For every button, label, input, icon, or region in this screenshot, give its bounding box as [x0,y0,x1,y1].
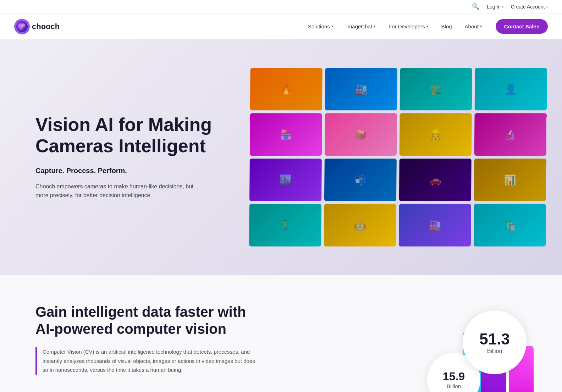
camera-tile-13: 🚶 [249,204,321,247]
svg-point-2 [22,23,25,27]
chevron-down-icon: ▾ [374,24,376,29]
contact-sales-button[interactable]: Contact Sales [496,19,548,34]
camera-tile-4: 👤 [475,68,547,110]
stat-label-large: Billion [487,348,502,354]
camera-tile-5: 🏪 [250,113,322,156]
hero-title: Vision AI for Making Cameras Intelligent [35,114,234,157]
search-icon[interactable]: 🔍 [472,3,480,11]
camera-tile-14: 🤖 [324,204,396,247]
nav-blog[interactable]: Blog [436,21,457,32]
top-bar: 🔍 Log In › Create Account › [0,0,562,14]
nav-developers[interactable]: For Developers ▾ [384,21,434,32]
hero-description: Chooch empowers cameras to make human-li… [35,182,199,200]
stat-number-large: 51.3 [479,330,510,348]
stats-visual: 15.9 Billion 51.3 Billion [255,303,548,392]
logo-text: chooch [32,22,60,31]
nav-solutions[interactable]: Solutions ▾ [303,21,338,32]
chevron-down-icon: ▾ [480,24,482,29]
stat-number-small: 15.9 [443,370,465,383]
section2-accent-block: Computer Vision (CV) is an artificial in… [35,347,255,375]
camera-tile-16: 🛍️ [474,204,546,247]
camera-tile-2: 🏭 [325,68,397,110]
create-account-link[interactable]: Create Account › [511,4,548,10]
hero-camera-grid: 🔥 🏭 🏗️ 👤 🏪 📦 👷 🔬 🏙️ 📬 [235,61,547,253]
login-link[interactable]: Log In › [487,4,503,10]
chevron-down-icon: ▾ [426,24,429,29]
camera-tile-1: 🔥 [250,68,323,110]
logo-icon [14,19,30,34]
section2-title: Gain intelligent data faster with AI-pow… [35,303,255,337]
hero-content: Vision AI for Making Cameras Intelligent… [35,114,234,200]
camera-tile-9: 🏙️ [249,159,322,201]
camera-tile-6: 📦 [325,113,397,156]
navbar: chooch Solutions ▾ ImageChat ▾ For Devel… [0,14,562,39]
logo[interactable]: chooch [14,19,60,34]
nav-links: Solutions ▾ ImageChat ▾ For Developers ▾… [303,19,548,34]
camera-tile-3: 🏗️ [400,68,472,110]
nav-about[interactable]: About ▾ [460,21,487,32]
camera-tile-7: 👷 [400,113,472,156]
nav-imagechat[interactable]: ImageChat ▾ [341,21,381,32]
hero-subtitle: Capture. Process. Perform. [35,167,234,175]
camera-tile-10: 📬 [324,159,397,201]
camera-tile-15: 🏭 [399,204,471,247]
camera-tile-11: 🚗 [399,159,472,201]
section2-content: Gain intelligent data faster with AI-pow… [35,303,255,375]
hero-section: Vision AI for Making Cameras Intelligent… [0,39,562,275]
stat-label-small: Billion [447,383,461,389]
camera-tile-8: 🔬 [474,113,547,156]
camera-tile-12: 📊 [474,159,546,201]
section2: Gain intelligent data faster with AI-pow… [0,275,562,392]
section2-description: Computer Vision (CV) is an artificial in… [43,347,255,375]
chevron-down-icon: ▾ [331,24,334,29]
stat-circle-large: 51.3 Billion [463,310,527,374]
